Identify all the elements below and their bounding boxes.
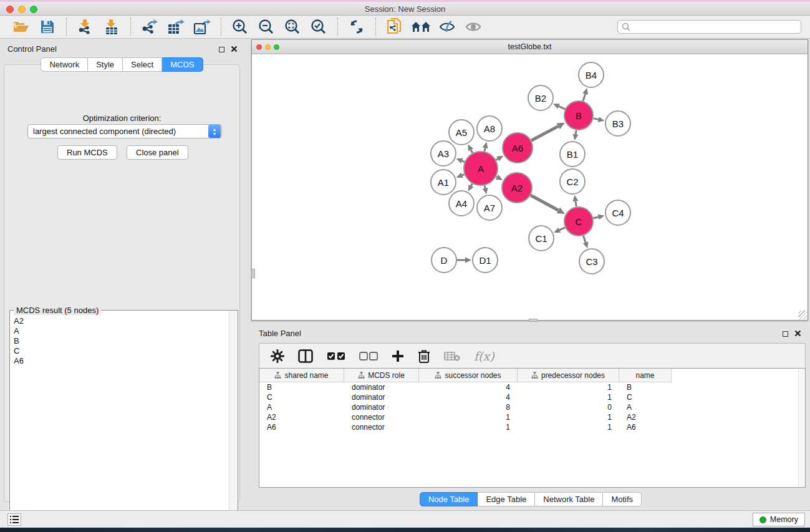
- window-edge-handle[interactable]: [251, 269, 255, 278]
- column-header-MCDS-role[interactable]: MCDS role: [344, 369, 419, 382]
- first-neighbors-button[interactable]: [410, 17, 432, 36]
- export-table-button[interactable]: [165, 17, 187, 36]
- network-window-titlebar[interactable]: testGlobe.txt: [252, 40, 808, 54]
- table-cell[interactable]: 1: [518, 412, 619, 422]
- table-cell[interactable]: A: [619, 402, 672, 412]
- edge-B-B2[interactable]: [559, 106, 565, 109]
- table-cell[interactable]: B: [619, 382, 672, 392]
- tab-motifs[interactable]: Motifs: [603, 492, 642, 506]
- memory-button[interactable]: Memory: [753, 513, 805, 526]
- close-table-panel-icon[interactable]: [794, 328, 801, 339]
- table-cell[interactable]: dominator: [344, 392, 419, 402]
- mcds-result-item[interactable]: C: [14, 346, 229, 356]
- table-row[interactable]: A2connector11A2: [259, 412, 805, 422]
- show-hide-graphics-button[interactable]: [436, 17, 458, 36]
- edge-A2-C[interactable]: [531, 195, 559, 210]
- table-cell[interactable]: A2: [619, 412, 672, 422]
- window-edge-handle[interactable]: [529, 319, 538, 322]
- table-cell[interactable]: 1: [419, 422, 518, 432]
- table-cell[interactable]: A: [259, 402, 344, 412]
- clear-table-button[interactable]: [444, 351, 460, 362]
- table-cell[interactable]: connector: [344, 422, 419, 432]
- edge-A-A5[interactable]: [471, 150, 473, 153]
- edge-C-C2[interactable]: [576, 201, 576, 207]
- search-input[interactable]: [617, 20, 801, 34]
- resize-grip-icon[interactable]: [798, 311, 807, 319]
- network-graph[interactable]: B4B2BB3A5A8A6A3B1AA1C2A2A4A7C4CC1DD1C3: [252, 54, 808, 320]
- table-cell[interactable]: dominator: [344, 382, 419, 392]
- criterion-dropdown[interactable]: largest connected component (directed) ▲…: [27, 124, 222, 138]
- table-cell[interactable]: 4: [419, 382, 518, 392]
- refresh-layout-button[interactable]: [345, 17, 368, 36]
- edge-A-A8[interactable]: [485, 148, 485, 151]
- edge-C-C4[interactable]: [593, 217, 598, 218]
- table-cell[interactable]: B: [259, 382, 344, 392]
- tab-edge-table[interactable]: Edge Table: [478, 492, 535, 506]
- table-cell[interactable]: dominator: [344, 402, 419, 412]
- result-scrollbar[interactable]: [229, 311, 238, 520]
- table-cell[interactable]: 1: [518, 392, 619, 402]
- export-image-button[interactable]: [191, 17, 213, 36]
- show-columns-button[interactable]: [298, 349, 313, 363]
- column-header-name[interactable]: name: [619, 369, 672, 382]
- edge-B-B1[interactable]: [576, 130, 576, 135]
- tab-network[interactable]: Network: [41, 57, 88, 72]
- new-network-from-selection-button[interactable]: [383, 17, 406, 36]
- edge-A-A6[interactable]: [496, 159, 498, 160]
- import-network-button[interactable]: [74, 17, 97, 36]
- column-header-predecessor-nodes[interactable]: predecessor nodes: [518, 369, 619, 382]
- edge-A6-B[interactable]: [531, 126, 558, 140]
- table-cell[interactable]: 1: [518, 382, 619, 392]
- table-settings-button[interactable]: [271, 349, 284, 363]
- edge-A-A7[interactable]: [485, 185, 485, 188]
- save-session-button[interactable]: [36, 17, 59, 36]
- edge-A-A3[interactable]: [462, 161, 465, 162]
- table-cell[interactable]: A6: [619, 422, 672, 432]
- tab-style[interactable]: Style: [88, 57, 123, 72]
- tab-node-table[interactable]: Node Table: [420, 492, 478, 506]
- export-network-button[interactable]: [138, 17, 161, 36]
- tab-select[interactable]: Select: [123, 57, 162, 72]
- zoom-selected-button[interactable]: [307, 17, 330, 36]
- zoom-fit-button[interactable]: [281, 17, 304, 36]
- edge-A-A4[interactable]: [471, 183, 472, 186]
- zoom-out-button[interactable]: [255, 17, 277, 36]
- show-hide-annotations-button[interactable]: [462, 17, 485, 36]
- delete-column-button[interactable]: [418, 349, 430, 363]
- tab-network-table[interactable]: Network Table: [535, 492, 603, 506]
- open-session-button[interactable]: [10, 17, 32, 36]
- table-row[interactable]: Bdominator41B: [259, 382, 805, 392]
- mcds-result-item[interactable]: B: [14, 336, 229, 346]
- table-cell[interactable]: connector: [344, 412, 419, 422]
- table-row[interactable]: A6connector11A6: [259, 422, 805, 432]
- table-scrollbar[interactable]: [798, 369, 805, 487]
- edge-C-C1[interactable]: [559, 228, 565, 230]
- table-cell[interactable]: C: [619, 392, 672, 402]
- run-mcds-button[interactable]: Run MCDS: [57, 145, 117, 160]
- table-row[interactable]: Adominator80A: [259, 402, 805, 412]
- select-all-columns-button[interactable]: [327, 351, 345, 361]
- table-cell[interactable]: 0: [518, 402, 619, 412]
- mcds-result-item[interactable]: A: [14, 326, 229, 336]
- tab-mcds[interactable]: MCDS: [162, 57, 203, 72]
- table-cell[interactable]: 1: [419, 412, 518, 422]
- close-panel-button[interactable]: Close panel: [127, 145, 188, 160]
- float-panel-icon[interactable]: [219, 47, 224, 52]
- mcds-result-item[interactable]: A2: [14, 316, 229, 326]
- zoom-in-button[interactable]: [229, 17, 251, 36]
- close-panel-icon[interactable]: [231, 44, 238, 55]
- mcds-result-item[interactable]: A6: [14, 356, 229, 366]
- table-cell[interactable]: 1: [518, 422, 619, 432]
- task-history-button[interactable]: [7, 513, 21, 526]
- column-header-shared-name[interactable]: shared name: [259, 369, 344, 382]
- column-header-successor-nodes[interactable]: successor nodes: [419, 369, 518, 382]
- import-table-button[interactable]: [100, 17, 123, 36]
- float-table-panel-icon[interactable]: [783, 331, 788, 337]
- edge-A-A1[interactable]: [462, 175, 465, 175]
- table-row[interactable]: Cdominator41C: [259, 392, 805, 402]
- edge-B-B4[interactable]: [583, 94, 586, 101]
- table-cell[interactable]: A6: [259, 422, 344, 432]
- edge-A-A2[interactable]: [496, 177, 498, 177]
- unselect-all-columns-button[interactable]: [359, 351, 378, 361]
- edge-B-B3[interactable]: [594, 118, 599, 120]
